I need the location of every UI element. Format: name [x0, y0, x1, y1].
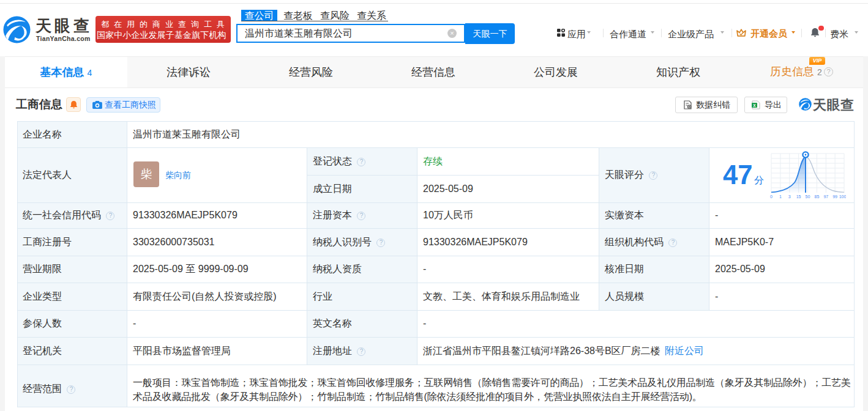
svg-text:0: 0: [770, 194, 773, 199]
svg-text:97: 97: [823, 194, 828, 199]
svg-text:1: 1: [779, 194, 782, 199]
svg-text:X: X: [753, 103, 756, 108]
svg-text:99: 99: [832, 194, 837, 199]
svg-text:3: 3: [788, 194, 791, 199]
svg-text:100: 100: [839, 194, 846, 199]
svg-text:85: 85: [815, 194, 820, 199]
svg-text:15: 15: [796, 194, 801, 199]
svg-text:50: 50: [806, 194, 810, 199]
